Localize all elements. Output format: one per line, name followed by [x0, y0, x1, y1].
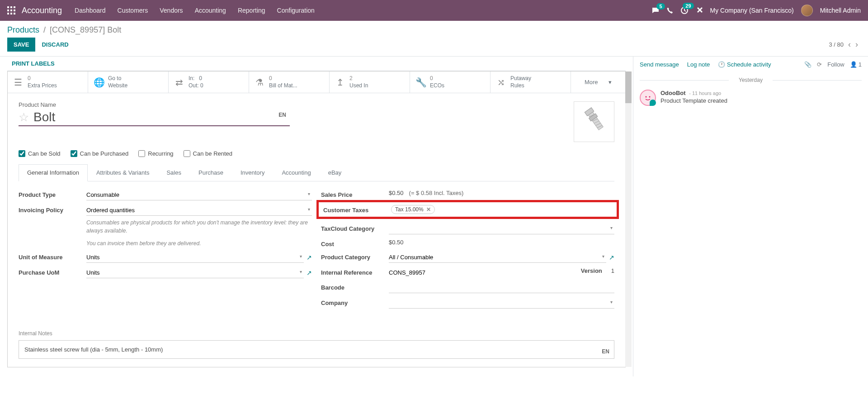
day-separator: Yesterday [633, 77, 868, 83]
product-image[interactable] [574, 101, 614, 142]
uom-select[interactable]: Units [86, 252, 304, 263]
customer-taxes-label: Customer Taxes [323, 205, 391, 214]
tab-inventory[interactable]: Inventory [232, 164, 273, 181]
barcode-input[interactable] [389, 282, 614, 293]
product-category-label: Product Category [321, 252, 389, 261]
company-input[interactable] [389, 298, 614, 309]
caret-down-icon: ▾ [609, 79, 612, 86]
form-scrollbar[interactable] [625, 71, 632, 367]
flask-icon: ⚗ [255, 77, 264, 88]
tab-ebay[interactable]: eBay [320, 164, 350, 181]
taxcloud-label: TaxCloud Category [321, 224, 389, 232]
print-labels-button[interactable]: PRINT LABELS [12, 60, 55, 67]
uom-external-link-icon[interactable]: ↗ [307, 254, 312, 261]
can-be-rented-checkbox[interactable]: Can be Rented [184, 150, 232, 157]
svg-point-10 [643, 93, 652, 102]
user-name[interactable]: Mitchell Admin [820, 7, 861, 14]
messages-badge: 5 [656, 3, 665, 10]
purchase-uom-external-link-icon[interactable]: ↗ [307, 269, 312, 276]
pager-prev-icon[interactable]: ‹ [848, 40, 851, 49]
invoicing-policy-select[interactable]: Ordered quantities [86, 205, 312, 216]
cost-value[interactable]: $0.50 [389, 239, 404, 246]
invoicing-policy-label: Invoicing Policy [19, 205, 86, 214]
svg-point-11 [646, 96, 647, 98]
can-be-purchased-checkbox[interactable]: Can be Purchased [71, 150, 129, 157]
menu-accounting[interactable]: Accounting [195, 7, 226, 14]
pager: 3 / 80 ‹ › [829, 40, 858, 49]
apps-icon[interactable] [7, 6, 15, 14]
svg-point-12 [649, 96, 651, 98]
stat-extra-prices[interactable]: ☰ 0Extra Prices [8, 71, 88, 93]
company-label: Company [321, 298, 389, 306]
breadcrumb-products[interactable]: Products [7, 25, 39, 34]
tab-general-information[interactable]: General Information [19, 164, 88, 181]
globe-icon: 🌐 [94, 77, 104, 88]
taxcloud-input[interactable] [389, 224, 614, 234]
bot-avatar [640, 90, 656, 106]
internal-ref-label: Internal Reference [321, 267, 389, 276]
send-message-button[interactable]: Send message [640, 61, 679, 68]
customer-taxes-highlight: Customer Taxes Tax 15.00% ✕ [316, 200, 619, 219]
message-author[interactable]: OdooBot [660, 90, 686, 96]
save-button[interactable]: SAVE [7, 38, 35, 52]
stat-in-out[interactable]: ⇄ In: 0Out: 0 [169, 71, 249, 93]
favorite-star-icon[interactable]: ☆ [19, 110, 29, 124]
clock-icon: 🕐 [718, 61, 725, 68]
stat-used-in[interactable]: ↥ 2Used In [330, 71, 410, 93]
menu-reporting[interactable]: Reporting [238, 7, 265, 14]
pager-next-icon[interactable]: › [855, 40, 858, 49]
sales-price-value[interactable]: $0.50 [389, 190, 404, 196]
tab-accounting[interactable]: Accounting [273, 164, 319, 181]
customer-tax-tag[interactable]: Tax 15.00% ✕ [391, 205, 435, 214]
sales-price-incl: (= $ 0.58 Incl. Taxes) [409, 190, 464, 196]
menu-configuration[interactable]: Configuration [277, 7, 315, 14]
follow-button[interactable]: Follow [827, 61, 844, 68]
product-type-select[interactable]: Consumable [86, 190, 312, 200]
discard-button[interactable]: DISCARD [35, 38, 75, 52]
lang-badge[interactable]: EN [278, 112, 286, 118]
followers-button[interactable]: 👤 1 [850, 61, 862, 68]
can-be-sold-checkbox[interactable]: Can be Sold [19, 150, 61, 157]
pager-position: 3 / 80 [829, 41, 844, 48]
stat-putaway[interactable]: ⤭ PutawayRules [491, 71, 571, 93]
stat-ecos[interactable]: 🔧 0ECOs [410, 71, 491, 93]
breadcrumb: Products / [CONS_89957] Bolt [7, 25, 861, 35]
help-text-1: Consumables are physical products for wh… [86, 219, 312, 235]
schedule-activity-button[interactable]: 🕐 Schedule activity [718, 61, 771, 68]
product-category-select[interactable]: All / Consumable [389, 252, 606, 263]
refresh-icon[interactable]: ⟳ [817, 61, 822, 68]
company-selector[interactable]: My Company (San Francisco) [710, 7, 794, 14]
internal-ref-input[interactable] [389, 267, 572, 278]
message-content: Product Template created [660, 97, 862, 104]
phone-icon[interactable] [667, 7, 673, 14]
sales-price-label: Sales Price [321, 190, 389, 198]
menu-customers[interactable]: Customers [118, 7, 148, 14]
purchase-uom-select[interactable]: Units [86, 267, 304, 278]
log-note-button[interactable]: Log note [687, 61, 710, 68]
recurring-checkbox[interactable]: Recurring [138, 150, 173, 157]
attachment-icon[interactable]: 📎 [804, 61, 811, 68]
product-name-input[interactable] [33, 110, 290, 124]
tab-attributes-variants[interactable]: Attributes & Variants [88, 164, 158, 181]
stat-bom[interactable]: ⚗ 0Bill of Mat... [249, 71, 330, 93]
stat-go-to-website[interactable]: 🌐 Go toWebsite [88, 71, 169, 93]
user-avatar[interactable] [801, 5, 813, 16]
tab-purchase[interactable]: Purchase [190, 164, 232, 181]
app-brand: Accounting [22, 6, 62, 15]
uom-label: Unit of Measure [19, 252, 86, 261]
messages-icon[interactable]: 5 [651, 7, 660, 14]
activities-icon[interactable]: 29 [680, 6, 689, 14]
notes-lang-badge[interactable]: EN [602, 348, 609, 355]
stat-more[interactable]: More ▾ [571, 71, 625, 93]
help-text-2: You can invoice them before they are del… [86, 239, 312, 247]
category-external-link-icon[interactable]: ↗ [609, 254, 614, 261]
debug-icon[interactable] [696, 7, 703, 14]
person-icon: 👤 [850, 61, 857, 68]
tab-sales[interactable]: Sales [158, 164, 190, 181]
internal-notes-input[interactable]: Stainless steel screw full (dia - 5mm, L… [19, 340, 614, 359]
remove-tag-icon[interactable]: ✕ [426, 206, 431, 213]
form-area: PRINT LABELS ☰ 0Extra Prices 🌐 Go toWebs… [0, 57, 633, 376]
cost-label: Cost [321, 239, 389, 247]
menu-dashboard[interactable]: Dashboard [75, 7, 106, 14]
menu-vendors[interactable]: Vendors [160, 7, 183, 14]
